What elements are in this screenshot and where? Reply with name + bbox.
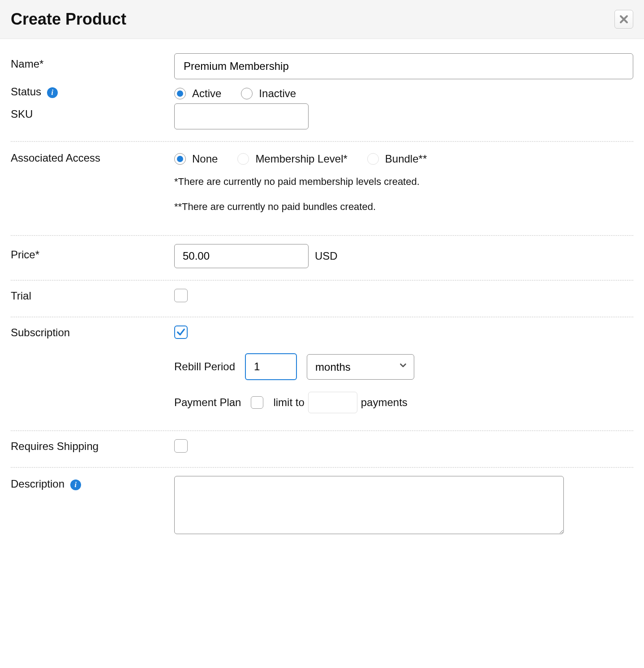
- subscription-checkbox[interactable]: [174, 325, 188, 339]
- label-payments: payments: [361, 396, 408, 409]
- row-price: Price* USD: [11, 239, 633, 281]
- rebill-unit-select[interactable]: months: [307, 354, 414, 380]
- info-icon[interactable]: i: [70, 480, 81, 490]
- price-input[interactable]: [174, 244, 309, 268]
- radio-label-membership: Membership Level*: [255, 153, 347, 165]
- radio-access-none[interactable]: [174, 153, 186, 165]
- label-name: Name*: [11, 53, 174, 70]
- label-subscription: Subscription: [11, 325, 174, 339]
- radio-label-active: Active: [192, 87, 221, 100]
- label-price: Price*: [11, 244, 174, 261]
- currency-label: USD: [315, 250, 338, 262]
- footnote-bundle: **There are currently no paid bundles cr…: [174, 201, 633, 213]
- footnote-membership: *There are currently no paid membership …: [174, 176, 633, 188]
- row-name: Name*: [11, 48, 633, 85]
- trial-checkbox[interactable]: [174, 289, 188, 302]
- rebill-count-input[interactable]: [245, 353, 297, 380]
- label-status: Status: [11, 86, 41, 98]
- row-description: Description i: [11, 471, 633, 542]
- row-sku: SKU: [11, 102, 633, 142]
- limit-checkbox[interactable]: [251, 396, 263, 409]
- limit-payments-input[interactable]: [308, 392, 357, 413]
- row-status: Status i Active Inactive: [11, 85, 633, 102]
- dialog-title: Create Product: [11, 10, 126, 29]
- payment-plan-block: Payment Plan limit to payments: [174, 392, 633, 413]
- rebill-block: Rebill Period months: [174, 353, 633, 380]
- label-requires-shipping: Requires Shipping: [11, 439, 174, 453]
- description-textarea[interactable]: [174, 476, 564, 534]
- info-icon[interactable]: i: [47, 87, 58, 98]
- name-input[interactable]: [174, 53, 633, 79]
- radio-label-none: None: [192, 153, 218, 165]
- label-trial: Trial: [11, 289, 174, 302]
- shipping-checkbox[interactable]: [174, 439, 188, 453]
- radio-status-inactive[interactable]: [241, 88, 253, 99]
- radio-access-membership[interactable]: [237, 153, 249, 165]
- label-payment-plan: Payment Plan: [174, 396, 241, 409]
- row-associated-access: Associated Access None Membership Level*…: [11, 145, 633, 236]
- label-rebill: Rebill Period: [174, 360, 235, 373]
- radio-label-bundle: Bundle**: [385, 153, 427, 165]
- label-description: Description: [11, 478, 64, 490]
- row-subscription: Subscription Rebill Period months Pay: [11, 320, 633, 431]
- label-sku: SKU: [11, 103, 174, 120]
- close-icon: [619, 14, 629, 24]
- close-button[interactable]: [614, 10, 633, 29]
- radio-label-inactive: Inactive: [259, 87, 296, 100]
- radio-access-bundle[interactable]: [367, 153, 379, 165]
- dialog-header: Create Product: [0, 0, 644, 39]
- radio-status-active[interactable]: [174, 88, 186, 99]
- label-associated-access: Associated Access: [11, 150, 174, 164]
- sku-input[interactable]: [174, 103, 309, 129]
- label-limit-to: limit to: [273, 396, 304, 409]
- row-requires-shipping: Requires Shipping: [11, 434, 633, 468]
- form-body: Name* Status i Active Inactive SKU Assoc…: [0, 39, 644, 542]
- row-trial: Trial: [11, 283, 633, 317]
- check-icon: [176, 327, 186, 337]
